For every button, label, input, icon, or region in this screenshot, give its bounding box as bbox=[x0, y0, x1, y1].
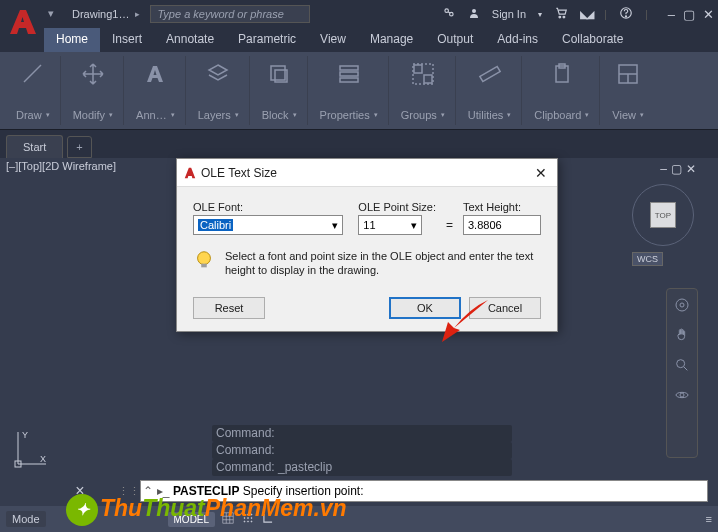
equals-label: = bbox=[446, 218, 453, 235]
viewcube-top-face[interactable]: TOP bbox=[650, 202, 676, 228]
cmdline-grip-icon[interactable]: ⋮⋮ bbox=[122, 480, 136, 502]
ribbon-panel-groups[interactable]: Groups bbox=[391, 56, 456, 125]
svg-rect-12 bbox=[414, 65, 422, 73]
customize-status-icon[interactable]: ≡ bbox=[706, 513, 712, 525]
svg-text:X: X bbox=[40, 454, 46, 464]
svg-rect-14 bbox=[413, 64, 433, 84]
tab-addins[interactable]: Add-ins bbox=[485, 28, 550, 52]
svg-rect-15 bbox=[479, 66, 499, 81]
ribbon-panel-utilities[interactable]: Utilities bbox=[458, 56, 522, 125]
search-input[interactable]: Type a keyword or phrase bbox=[150, 5, 310, 23]
tab-collaborate[interactable]: Collaborate bbox=[550, 28, 635, 52]
command-history: Command: Command: Command: _pasteclip bbox=[212, 425, 512, 476]
command-line[interactable]: ⌃ ▸_ PASTECLIP Specify insertion point: bbox=[140, 480, 708, 502]
reset-button[interactable]: Reset bbox=[193, 297, 265, 319]
help-icon[interactable] bbox=[619, 6, 633, 22]
svg-point-19 bbox=[676, 299, 688, 311]
cmdline-close-icon[interactable]: × bbox=[70, 480, 90, 502]
dialog-hint-text: Select a font and point size in the OLE … bbox=[225, 249, 541, 277]
text-height-input[interactable] bbox=[463, 215, 541, 235]
ribbon-panel-clipboard[interactable]: Clipboard bbox=[524, 56, 600, 125]
mode-indicator[interactable]: Mode bbox=[6, 511, 46, 527]
layers-icon bbox=[204, 60, 232, 88]
ribbon-panel-block[interactable]: Block bbox=[252, 56, 308, 125]
maximize-button[interactable]: ▢ bbox=[683, 7, 695, 22]
tab-annotate[interactable]: Annotate bbox=[154, 28, 226, 52]
move-icon bbox=[79, 60, 107, 88]
ucs-icon: YX bbox=[14, 430, 48, 474]
vp-maximize-icon[interactable]: ▢ bbox=[671, 162, 682, 176]
cart-icon[interactable] bbox=[554, 6, 568, 22]
ortho-icon[interactable] bbox=[261, 511, 275, 527]
group-icon bbox=[409, 60, 437, 88]
close-button[interactable]: ✕ bbox=[703, 7, 714, 22]
pan-icon[interactable] bbox=[674, 327, 690, 343]
file-tab-start[interactable]: Start bbox=[6, 135, 63, 158]
navigation-bar[interactable] bbox=[666, 288, 698, 458]
cmd-history-line: Command: bbox=[212, 442, 512, 459]
svg-rect-13 bbox=[424, 75, 432, 83]
svg-point-4 bbox=[563, 16, 565, 18]
tab-output[interactable]: Output bbox=[425, 28, 485, 52]
viewport-icon bbox=[614, 60, 642, 88]
dialog-close-button[interactable]: ✕ bbox=[531, 165, 551, 181]
signin-caret-icon[interactable]: ▾ bbox=[538, 10, 542, 19]
cmdline-text: PASTECLIP Specify insertion point: bbox=[171, 484, 364, 498]
tab-view[interactable]: View bbox=[308, 28, 358, 52]
signin-icon bbox=[468, 7, 480, 21]
ole-point-size-dropdown[interactable]: 11▾ bbox=[358, 215, 422, 235]
grid-icon[interactable] bbox=[221, 511, 235, 527]
ok-button[interactable]: OK bbox=[389, 297, 461, 319]
ribbon-panel-annotation[interactable]: Ann… bbox=[126, 56, 186, 125]
svg-rect-9 bbox=[340, 66, 358, 70]
measure-icon bbox=[476, 60, 504, 88]
wcs-label[interactable]: WCS bbox=[632, 252, 663, 266]
snap-icon[interactable] bbox=[241, 511, 255, 527]
autocad-logo-icon bbox=[6, 6, 38, 42]
tab-parametric[interactable]: Parametric bbox=[226, 28, 308, 52]
ribbon-panel-layers[interactable]: Layers bbox=[188, 56, 250, 125]
title-bar: ▾ Drawing1… ▸ Type a keyword or phrase S… bbox=[0, 0, 718, 28]
tab-insert[interactable]: Insert bbox=[100, 28, 154, 52]
share-icon[interactable] bbox=[442, 6, 456, 22]
viewport-controls[interactable]: [–][Top][2D Wireframe] bbox=[6, 160, 116, 172]
orbit-icon[interactable] bbox=[674, 387, 690, 403]
document-name: Drawing1… bbox=[72, 8, 129, 20]
ribbon-panel-properties[interactable]: Properties bbox=[310, 56, 389, 125]
cmdline-recent-icon[interactable]: ⌃ bbox=[141, 484, 155, 498]
qat-dropdown-icon[interactable]: ▾ bbox=[48, 7, 62, 21]
vp-close-icon[interactable]: ✕ bbox=[686, 162, 696, 176]
ribbon-tabs: Home Insert Annotate Parametric View Man… bbox=[0, 28, 718, 52]
signin-link[interactable]: Sign In bbox=[492, 8, 526, 20]
minimize-button[interactable]: – bbox=[668, 7, 675, 22]
vp-minimize-icon[interactable]: – bbox=[660, 162, 667, 176]
zoom-icon[interactable] bbox=[674, 357, 690, 373]
ribbon-panel-modify[interactable]: Modify bbox=[63, 56, 124, 125]
dialog-title: OLE Text Size bbox=[201, 166, 277, 180]
svg-text:Y: Y bbox=[22, 430, 28, 440]
text-height-label: Text Height: bbox=[463, 201, 541, 213]
svg-point-28 bbox=[248, 514, 249, 515]
lightbulb-icon bbox=[193, 249, 215, 275]
tab-manage[interactable]: Manage bbox=[358, 28, 425, 52]
file-tab-strip: Start + bbox=[0, 130, 718, 158]
svg-point-27 bbox=[244, 514, 245, 515]
ribbon-panel-view[interactable]: View bbox=[602, 56, 654, 125]
tab-home[interactable]: Home bbox=[44, 28, 100, 52]
dialog-titlebar[interactable]: OLE Text Size ✕ bbox=[177, 159, 557, 187]
viewcube[interactable]: TOP WCS bbox=[632, 184, 700, 284]
ole-font-label: OLE Font: bbox=[193, 201, 348, 213]
apps-icon[interactable]: ◣◢ bbox=[580, 8, 592, 21]
ole-font-dropdown[interactable]: Calibri▾ bbox=[193, 215, 343, 235]
cmd-history-line: Command: _pasteclip bbox=[212, 459, 512, 476]
cancel-button[interactable]: Cancel bbox=[469, 297, 541, 319]
ribbon-panel-draw[interactable]: Draw bbox=[6, 56, 61, 125]
text-icon bbox=[141, 60, 169, 88]
steering-wheel-icon[interactable] bbox=[674, 297, 690, 313]
new-tab-button[interactable]: + bbox=[67, 136, 91, 158]
ole-text-size-dialog: OLE Text Size ✕ OLE Font: Calibri▾ OLE P… bbox=[176, 158, 558, 332]
svg-rect-7 bbox=[271, 66, 285, 80]
clipboard-icon bbox=[548, 60, 576, 88]
doc-dropdown-icon[interactable]: ▸ bbox=[135, 9, 140, 19]
model-space-button[interactable]: MODEL bbox=[168, 512, 216, 527]
